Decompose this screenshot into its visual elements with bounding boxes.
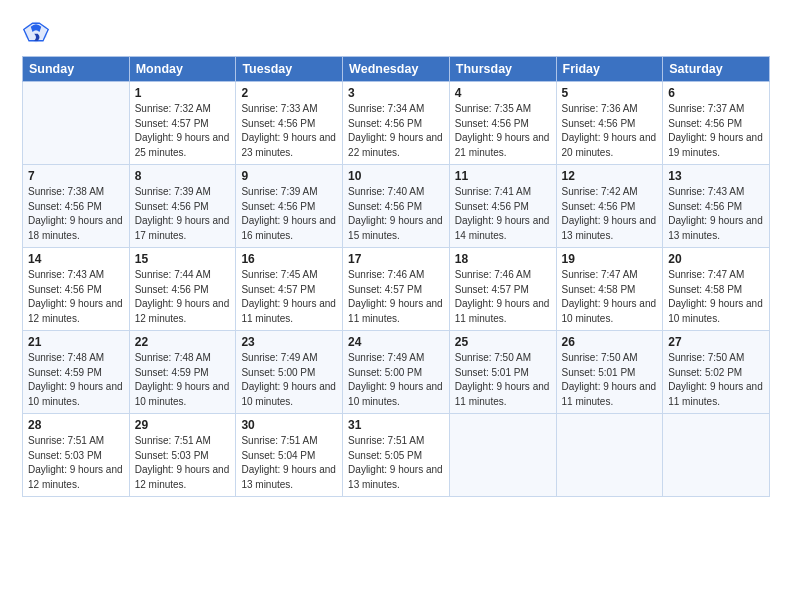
calendar-table: SundayMondayTuesdayWednesdayThursdayFrid…	[22, 56, 770, 497]
week-row-2: 14Sunrise: 7:43 AM Sunset: 4:56 PM Dayli…	[23, 248, 770, 331]
day-number: 17	[348, 252, 444, 266]
day-number: 11	[455, 169, 551, 183]
day-cell: 13Sunrise: 7:43 AM Sunset: 4:56 PM Dayli…	[663, 165, 770, 248]
day-detail: Sunrise: 7:50 AM Sunset: 5:01 PM Dayligh…	[562, 351, 658, 409]
day-detail: Sunrise: 7:39 AM Sunset: 4:56 PM Dayligh…	[241, 185, 337, 243]
day-cell: 30Sunrise: 7:51 AM Sunset: 5:04 PM Dayli…	[236, 414, 343, 497]
day-cell: 28Sunrise: 7:51 AM Sunset: 5:03 PM Dayli…	[23, 414, 130, 497]
day-detail: Sunrise: 7:46 AM Sunset: 4:57 PM Dayligh…	[348, 268, 444, 326]
day-cell	[663, 414, 770, 497]
day-cell: 11Sunrise: 7:41 AM Sunset: 4:56 PM Dayli…	[449, 165, 556, 248]
day-cell: 6Sunrise: 7:37 AM Sunset: 4:56 PM Daylig…	[663, 82, 770, 165]
day-number: 15	[135, 252, 231, 266]
header-day-saturday: Saturday	[663, 57, 770, 82]
day-detail: Sunrise: 7:43 AM Sunset: 4:56 PM Dayligh…	[28, 268, 124, 326]
day-cell: 20Sunrise: 7:47 AM Sunset: 4:58 PM Dayli…	[663, 248, 770, 331]
day-number: 9	[241, 169, 337, 183]
day-cell: 26Sunrise: 7:50 AM Sunset: 5:01 PM Dayli…	[556, 331, 663, 414]
day-detail: Sunrise: 7:47 AM Sunset: 4:58 PM Dayligh…	[668, 268, 764, 326]
day-number: 31	[348, 418, 444, 432]
day-cell	[556, 414, 663, 497]
day-cell: 19Sunrise: 7:47 AM Sunset: 4:58 PM Dayli…	[556, 248, 663, 331]
day-cell: 31Sunrise: 7:51 AM Sunset: 5:05 PM Dayli…	[343, 414, 450, 497]
day-number: 10	[348, 169, 444, 183]
day-detail: Sunrise: 7:37 AM Sunset: 4:56 PM Dayligh…	[668, 102, 764, 160]
day-number: 19	[562, 252, 658, 266]
day-detail: Sunrise: 7:50 AM Sunset: 5:02 PM Dayligh…	[668, 351, 764, 409]
day-detail: Sunrise: 7:51 AM Sunset: 5:04 PM Dayligh…	[241, 434, 337, 492]
day-cell: 9Sunrise: 7:39 AM Sunset: 4:56 PM Daylig…	[236, 165, 343, 248]
day-cell: 21Sunrise: 7:48 AM Sunset: 4:59 PM Dayli…	[23, 331, 130, 414]
day-cell: 16Sunrise: 7:45 AM Sunset: 4:57 PM Dayli…	[236, 248, 343, 331]
day-number: 7	[28, 169, 124, 183]
day-number: 16	[241, 252, 337, 266]
day-detail: Sunrise: 7:33 AM Sunset: 4:56 PM Dayligh…	[241, 102, 337, 160]
day-number: 18	[455, 252, 551, 266]
day-detail: Sunrise: 7:47 AM Sunset: 4:58 PM Dayligh…	[562, 268, 658, 326]
day-detail: Sunrise: 7:51 AM Sunset: 5:03 PM Dayligh…	[28, 434, 124, 492]
day-detail: Sunrise: 7:36 AM Sunset: 4:56 PM Dayligh…	[562, 102, 658, 160]
day-detail: Sunrise: 7:49 AM Sunset: 5:00 PM Dayligh…	[348, 351, 444, 409]
day-cell: 14Sunrise: 7:43 AM Sunset: 4:56 PM Dayli…	[23, 248, 130, 331]
week-row-1: 7Sunrise: 7:38 AM Sunset: 4:56 PM Daylig…	[23, 165, 770, 248]
day-cell: 17Sunrise: 7:46 AM Sunset: 4:57 PM Dayli…	[343, 248, 450, 331]
header	[22, 18, 770, 46]
week-row-4: 28Sunrise: 7:51 AM Sunset: 5:03 PM Dayli…	[23, 414, 770, 497]
day-detail: Sunrise: 7:51 AM Sunset: 5:03 PM Dayligh…	[135, 434, 231, 492]
day-detail: Sunrise: 7:45 AM Sunset: 4:57 PM Dayligh…	[241, 268, 337, 326]
header-day-tuesday: Tuesday	[236, 57, 343, 82]
day-number: 23	[241, 335, 337, 349]
day-cell: 23Sunrise: 7:49 AM Sunset: 5:00 PM Dayli…	[236, 331, 343, 414]
day-cell: 3Sunrise: 7:34 AM Sunset: 4:56 PM Daylig…	[343, 82, 450, 165]
day-detail: Sunrise: 7:50 AM Sunset: 5:01 PM Dayligh…	[455, 351, 551, 409]
day-cell: 7Sunrise: 7:38 AM Sunset: 4:56 PM Daylig…	[23, 165, 130, 248]
day-number: 3	[348, 86, 444, 100]
header-day-wednesday: Wednesday	[343, 57, 450, 82]
day-number: 20	[668, 252, 764, 266]
day-detail: Sunrise: 7:46 AM Sunset: 4:57 PM Dayligh…	[455, 268, 551, 326]
day-detail: Sunrise: 7:48 AM Sunset: 4:59 PM Dayligh…	[28, 351, 124, 409]
day-number: 27	[668, 335, 764, 349]
day-cell: 22Sunrise: 7:48 AM Sunset: 4:59 PM Dayli…	[129, 331, 236, 414]
day-cell: 25Sunrise: 7:50 AM Sunset: 5:01 PM Dayli…	[449, 331, 556, 414]
page: SundayMondayTuesdayWednesdayThursdayFrid…	[0, 0, 792, 612]
header-day-thursday: Thursday	[449, 57, 556, 82]
day-detail: Sunrise: 7:43 AM Sunset: 4:56 PM Dayligh…	[668, 185, 764, 243]
day-number: 28	[28, 418, 124, 432]
day-number: 14	[28, 252, 124, 266]
day-detail: Sunrise: 7:32 AM Sunset: 4:57 PM Dayligh…	[135, 102, 231, 160]
day-detail: Sunrise: 7:38 AM Sunset: 4:56 PM Dayligh…	[28, 185, 124, 243]
day-cell: 10Sunrise: 7:40 AM Sunset: 4:56 PM Dayli…	[343, 165, 450, 248]
day-detail: Sunrise: 7:51 AM Sunset: 5:05 PM Dayligh…	[348, 434, 444, 492]
day-cell	[449, 414, 556, 497]
day-number: 8	[135, 169, 231, 183]
calendar-header-row: SundayMondayTuesdayWednesdayThursdayFrid…	[23, 57, 770, 82]
day-detail: Sunrise: 7:39 AM Sunset: 4:56 PM Dayligh…	[135, 185, 231, 243]
day-detail: Sunrise: 7:49 AM Sunset: 5:00 PM Dayligh…	[241, 351, 337, 409]
day-cell: 27Sunrise: 7:50 AM Sunset: 5:02 PM Dayli…	[663, 331, 770, 414]
logo	[22, 18, 52, 46]
day-cell	[23, 82, 130, 165]
day-number: 12	[562, 169, 658, 183]
day-number: 29	[135, 418, 231, 432]
day-cell: 2Sunrise: 7:33 AM Sunset: 4:56 PM Daylig…	[236, 82, 343, 165]
day-number: 26	[562, 335, 658, 349]
day-number: 5	[562, 86, 658, 100]
day-cell: 24Sunrise: 7:49 AM Sunset: 5:00 PM Dayli…	[343, 331, 450, 414]
day-detail: Sunrise: 7:41 AM Sunset: 4:56 PM Dayligh…	[455, 185, 551, 243]
day-detail: Sunrise: 7:35 AM Sunset: 4:56 PM Dayligh…	[455, 102, 551, 160]
day-number: 1	[135, 86, 231, 100]
day-detail: Sunrise: 7:44 AM Sunset: 4:56 PM Dayligh…	[135, 268, 231, 326]
day-number: 30	[241, 418, 337, 432]
day-cell: 8Sunrise: 7:39 AM Sunset: 4:56 PM Daylig…	[129, 165, 236, 248]
week-row-0: 1Sunrise: 7:32 AM Sunset: 4:57 PM Daylig…	[23, 82, 770, 165]
week-row-3: 21Sunrise: 7:48 AM Sunset: 4:59 PM Dayli…	[23, 331, 770, 414]
day-number: 4	[455, 86, 551, 100]
day-number: 2	[241, 86, 337, 100]
day-number: 25	[455, 335, 551, 349]
day-number: 13	[668, 169, 764, 183]
day-detail: Sunrise: 7:40 AM Sunset: 4:56 PM Dayligh…	[348, 185, 444, 243]
logo-icon	[22, 18, 50, 46]
day-cell: 4Sunrise: 7:35 AM Sunset: 4:56 PM Daylig…	[449, 82, 556, 165]
day-number: 21	[28, 335, 124, 349]
